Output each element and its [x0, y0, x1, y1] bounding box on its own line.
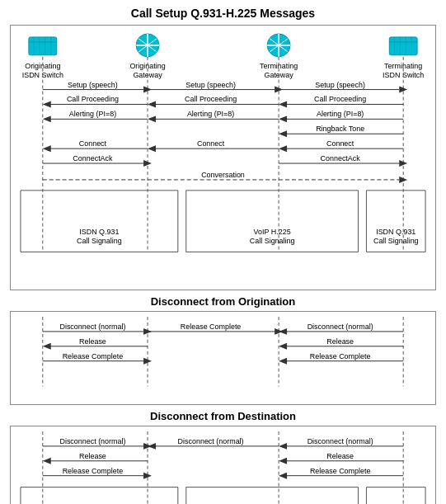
svg-marker-53	[43, 115, 51, 122]
svg-marker-71	[279, 145, 287, 152]
svg-text:Call Signaling: Call Signaling	[373, 237, 419, 245]
svg-text:Release Complete: Release Complete	[310, 466, 371, 474]
disconnect-destination-diagram: Disconnect (normal) Disconnect (normal) …	[10, 426, 436, 504]
svg-text:Call Signaling: Call Signaling	[77, 237, 122, 245]
entity-terminating-gateway: Terminating Gateway	[260, 34, 298, 79]
svg-rect-0	[29, 37, 57, 55]
svg-text:Disconnect (normal): Disconnect (normal)	[59, 436, 125, 445]
svg-text:Connect: Connect	[79, 139, 107, 148]
svg-text:Call Proceeding: Call Proceeding	[314, 95, 366, 103]
svg-text:Conversation: Conversation	[201, 171, 245, 179]
entity-originating-gateway: Originating Gateway	[129, 34, 165, 79]
disconnect-dest-svg: Disconnect (normal) Disconnect (normal) …	[14, 431, 432, 504]
svg-text:Release: Release	[326, 337, 354, 346]
page-title: Call Setup Q.931-H.225 Messages	[3, 7, 443, 20]
svg-text:Release: Release	[326, 451, 354, 459]
svg-text:VoIP H.225: VoIP H.225	[254, 228, 291, 236]
svg-text:Release Complete: Release Complete	[181, 323, 242, 331]
svg-text:ISDN Q.931: ISDN Q.931	[376, 228, 415, 236]
svg-text:Connect: Connect	[197, 139, 225, 148]
svg-text:Disconnect (normal): Disconnect (normal)	[59, 323, 125, 331]
svg-marker-44	[43, 101, 51, 107]
svg-text:Alerting (PI=8): Alerting (PI=8)	[187, 110, 234, 118]
top-sequence-svg: Originating ISDN Switch Originating Gate…	[14, 31, 432, 285]
top-diagram: Originating ISDN Switch Originating Gate…	[10, 25, 436, 290]
svg-marker-136	[279, 442, 287, 449]
svg-text:Call Proceeding: Call Proceeding	[185, 95, 237, 103]
svg-marker-50	[279, 101, 287, 107]
svg-text:ISDN Q.931: ISDN Q.931	[79, 228, 119, 236]
disconnect-orig-svg: Disconnect (normal) Disconnect (normal) …	[14, 317, 432, 398]
svg-text:Disconnect (normal): Disconnect (normal)	[178, 436, 244, 445]
svg-marker-65	[43, 145, 51, 152]
svg-marker-59	[279, 115, 287, 122]
section3-title: Disconnect from Destination	[3, 410, 443, 422]
svg-marker-56	[148, 115, 156, 122]
svg-text:Call Signaling: Call Signaling	[250, 237, 295, 245]
svg-marker-62	[279, 130, 287, 137]
svg-text:Release: Release	[79, 337, 106, 346]
svg-text:Disconnect (normal): Disconnect (normal)	[308, 323, 373, 331]
svg-marker-133	[148, 442, 156, 449]
svg-rect-22	[389, 37, 417, 55]
svg-marker-68	[148, 145, 156, 152]
svg-text:Release: Release	[79, 451, 106, 459]
svg-text:Setup (speech): Setup (speech)	[185, 81, 236, 89]
svg-marker-142	[279, 457, 287, 464]
svg-text:Connect: Connect	[326, 139, 354, 148]
svg-text:Disconnect (normal): Disconnect (normal)	[308, 436, 373, 445]
svg-text:Release Complete: Release Complete	[310, 352, 371, 360]
svg-marker-139	[43, 457, 51, 464]
svg-text:Alerting (PI=8): Alerting (PI=8)	[317, 110, 364, 118]
svg-text:Setup (speech): Setup (speech)	[68, 81, 118, 89]
svg-text:Ringback Tone: Ringback Tone	[316, 125, 364, 133]
svg-text:Release Complete: Release Complete	[63, 352, 124, 360]
svg-marker-148	[279, 472, 287, 478]
svg-text:Alerting (PI=8): Alerting (PI=8)	[69, 110, 116, 118]
svg-marker-117	[279, 343, 287, 350]
svg-text:Setup (speech): Setup (speech)	[315, 81, 365, 89]
svg-text:ConnectAck: ConnectAck	[321, 154, 361, 163]
section2-title: Disconnect from Origination	[3, 295, 443, 308]
svg-text:ConnectAck: ConnectAck	[73, 154, 113, 163]
svg-marker-123	[279, 358, 287, 365]
svg-marker-114	[43, 343, 51, 350]
disconnect-origination-diagram: Disconnect (normal) Disconnect (normal) …	[10, 311, 436, 404]
svg-text:Call Proceeding: Call Proceeding	[67, 95, 119, 103]
svg-marker-47	[148, 101, 156, 107]
svg-text:Release Complete: Release Complete	[63, 466, 124, 474]
page: Call Setup Q.931-H.225 Messages Originat…	[0, 0, 446, 504]
